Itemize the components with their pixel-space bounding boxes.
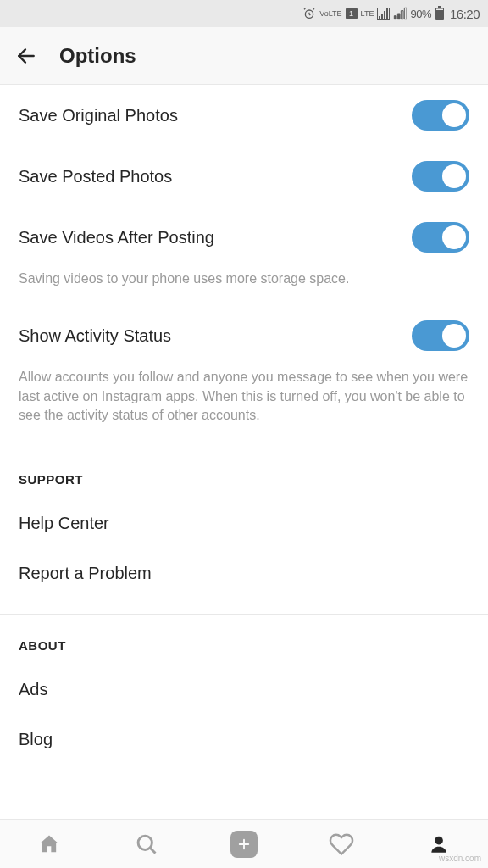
back-button[interactable] [15, 45, 37, 67]
toggle-activity-status[interactable] [412, 320, 469, 351]
svg-rect-3 [436, 9, 443, 11]
toggle-save-posted-photos[interactable] [412, 161, 469, 192]
toggle-knob [442, 225, 466, 249]
setting-save-videos: Save Videos After Posting [0, 207, 488, 268]
menu-ads[interactable]: Ads [0, 665, 488, 715]
plus-icon [230, 831, 258, 858]
setting-label: Save Posted Photos [19, 167, 172, 186]
toggle-save-videos[interactable] [412, 222, 469, 253]
section-header-support: SUPPORT [0, 448, 488, 498]
signal-icon-2 [393, 7, 407, 20]
svg-line-6 [150, 848, 155, 853]
nav-home[interactable] [34, 829, 64, 860]
section-header-about: ABOUT [0, 615, 488, 665]
toggle-knob [442, 324, 466, 348]
setting-save-posted-photos: Save Posted Photos [0, 146, 488, 207]
menu-report-problem[interactable]: Report a Problem [0, 548, 488, 598]
svg-point-5 [138, 836, 152, 849]
volte-icon: VoLTE [319, 10, 341, 18]
setting-label: Save Original Photos [19, 106, 178, 125]
lte-icon: LTE [361, 10, 374, 18]
setting-desc-activity-status: Allow accounts you follow and anyone you… [0, 366, 488, 442]
alarm-icon [302, 7, 316, 20]
svg-point-9 [435, 836, 443, 844]
nav-activity[interactable] [326, 829, 357, 860]
menu-help-center[interactable]: Help Center [0, 498, 488, 548]
nav-add[interactable] [229, 829, 259, 860]
sim-icon: 1 [346, 8, 358, 19]
toggle-knob [442, 164, 466, 188]
toggle-knob [442, 103, 466, 127]
status-bar: VoLTE 1 LTE 90% 16:20 [0, 0, 488, 27]
battery-percent: 90% [410, 8, 431, 20]
setting-activity-status: Show Activity Status [0, 305, 488, 366]
nav-search[interactable] [131, 829, 162, 860]
signal-icon-1 [377, 8, 390, 20]
header: Options [0, 27, 488, 85]
battery-icon [435, 6, 445, 21]
svg-rect-2 [438, 6, 441, 8]
toggle-save-original-photos[interactable] [412, 100, 469, 131]
menu-blog[interactable]: Blog [0, 715, 488, 765]
setting-desc-save-videos: Saving videos to your phone uses more st… [0, 268, 488, 305]
page-title: Options [59, 44, 136, 68]
bottom-nav [0, 819, 488, 868]
clock: 16:20 [450, 7, 480, 21]
setting-label: Save Videos After Posting [19, 228, 214, 248]
watermark: wsxdn.com [439, 854, 481, 863]
setting-label: Show Activity Status [19, 326, 171, 346]
setting-save-original-photos: Save Original Photos [0, 85, 488, 146]
settings-content: Save Original Photos Save Posted Photos … [0, 85, 488, 819]
